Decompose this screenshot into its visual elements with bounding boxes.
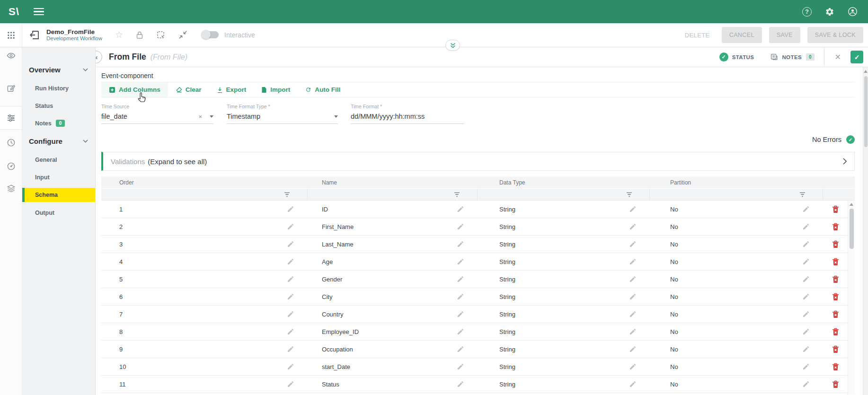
table-scrollbar-thumb[interactable]: [850, 209, 854, 249]
edit-pencil-icon[interactable]: [287, 310, 294, 318]
delete-row-trash-icon[interactable]: [832, 380, 839, 388]
delete-row-trash-icon[interactable]: [832, 293, 839, 301]
column-header-name[interactable]: Name: [308, 179, 478, 186]
edit-pencil-icon[interactable]: [457, 223, 464, 230]
edit-pencil-icon[interactable]: [629, 258, 637, 265]
dropdown-caret-icon[interactable]: [334, 115, 338, 118]
column-header-partition[interactable]: Partition: [650, 179, 823, 186]
sidebar-group-overview[interactable]: Overview: [22, 62, 95, 77]
selection-marquee-icon[interactable]: [156, 30, 166, 40]
edit-pencil-icon[interactable]: [802, 380, 810, 388]
history-clock-icon[interactable]: [0, 138, 22, 147]
edit-pencil-icon[interactable]: [287, 275, 294, 283]
save-and-lock-button[interactable]: SAVE & LOCK: [807, 27, 863, 43]
help-icon[interactable]: ?: [802, 7, 812, 17]
delete-row-trash-icon[interactable]: [832, 345, 839, 353]
edit-pencil-icon[interactable]: [457, 310, 464, 318]
auto-fill-button[interactable]: Auto Fill: [298, 82, 348, 97]
settings-gear-icon[interactable]: [825, 7, 834, 17]
export-button[interactable]: Export: [209, 82, 254, 97]
edit-pencil-icon[interactable]: [457, 205, 464, 213]
close-icon[interactable]: ✕: [832, 51, 844, 63]
delete-row-trash-icon[interactable]: [832, 240, 839, 248]
status-header-label[interactable]: STATUS: [732, 54, 754, 60]
sidebar-item-output[interactable]: Output: [22, 204, 95, 221]
dropdown-caret-icon[interactable]: [210, 115, 213, 118]
collapse-panel-icon[interactable]: «: [95, 51, 102, 63]
filter-icon[interactable]: [626, 192, 632, 197]
page-scrollbar[interactable]: [863, 67, 868, 395]
edit-pencil-icon[interactable]: [802, 328, 810, 335]
edit-pencil-icon[interactable]: [457, 363, 464, 370]
collapse-header-pill[interactable]: [445, 40, 460, 51]
data-layers-icon[interactable]: [0, 184, 22, 193]
apps-grid-icon[interactable]: [0, 23, 22, 47]
filter-icon[interactable]: [799, 192, 806, 197]
column-header-data-type[interactable]: Data Type: [478, 179, 650, 186]
add-columns-button[interactable]: Add Columns: [101, 82, 168, 97]
filter-icon[interactable]: [454, 192, 460, 197]
edit-pencil-icon[interactable]: [629, 380, 637, 388]
filter-icon[interactable]: [284, 192, 290, 197]
time-source-field[interactable]: Time Source file_date ×: [101, 104, 213, 124]
delete-row-trash-icon[interactable]: [832, 363, 839, 371]
sidebar-group-configure[interactable]: Configure: [22, 134, 95, 148]
time-format-field[interactable]: Time Format * dd/MMM/yyyy:hh:mm:ss: [351, 104, 464, 124]
edit-pencil-icon[interactable]: [629, 240, 637, 248]
validations-expander[interactable]: Validations (Expand to see all): [101, 152, 855, 171]
edit-pencil-icon[interactable]: [802, 223, 810, 230]
edit-pencil-icon[interactable]: [629, 275, 637, 283]
cancel-button[interactable]: CANCEL: [722, 27, 762, 43]
sidebar-item-schema[interactable]: Schema: [22, 188, 95, 202]
column-header-order[interactable]: Order: [101, 179, 308, 186]
edit-pencil-icon[interactable]: [287, 223, 294, 230]
preview-eye-icon[interactable]: [0, 51, 22, 60]
sidebar-item-input[interactable]: Input: [22, 168, 95, 186]
edit-pencil-icon[interactable]: [457, 328, 464, 335]
delete-button[interactable]: DELETE: [680, 28, 715, 43]
edit-pencil-icon[interactable]: [457, 380, 464, 388]
edit-pencil-icon[interactable]: [802, 293, 810, 300]
edit-pencil-icon[interactable]: [457, 293, 464, 300]
edit-pencil-icon[interactable]: [287, 363, 294, 370]
account-icon[interactable]: [848, 7, 858, 17]
edit-pencil-icon[interactable]: [457, 345, 464, 353]
edit-pencil-icon[interactable]: [629, 293, 637, 300]
edit-pencil-icon[interactable]: [629, 205, 637, 213]
edit-pencil-icon[interactable]: [287, 258, 294, 265]
edit-pencil-icon[interactable]: [802, 275, 810, 283]
edit-pencil-icon[interactable]: [802, 345, 810, 353]
edit-pencil-icon[interactable]: [287, 345, 294, 353]
edit-pencil-icon[interactable]: [457, 240, 464, 248]
metrics-gauge-icon[interactable]: [0, 162, 22, 171]
scroll-up-arrow-icon[interactable]: [864, 70, 868, 73]
scroll-up-arrow-icon[interactable]: [850, 203, 853, 206]
edit-pencil-icon[interactable]: [802, 240, 810, 248]
edit-pencil-icon[interactable]: [629, 223, 637, 230]
edit-pencil-icon[interactable]: [457, 275, 464, 283]
edit-pencil-icon[interactable]: [629, 345, 637, 353]
hamburger-menu-icon[interactable]: [34, 6, 44, 18]
edit-pencil-icon[interactable]: [802, 258, 810, 265]
collapse-arrows-icon[interactable]: [178, 30, 187, 39]
delete-row-trash-icon[interactable]: [832, 275, 839, 283]
edit-pencil-icon[interactable]: [802, 363, 810, 370]
edit-pencil-icon[interactable]: [287, 380, 294, 388]
lock-icon[interactable]: [136, 31, 143, 39]
delete-row-trash-icon[interactable]: [832, 310, 839, 318]
sidebar-item-general[interactable]: General: [22, 151, 95, 168]
favorite-star-icon[interactable]: ☆: [115, 29, 123, 40]
edit-notes-icon[interactable]: [0, 84, 22, 93]
page-scrollbar-thumb[interactable]: [864, 76, 868, 147]
edit-pencil-icon[interactable]: [457, 258, 464, 265]
edit-pencil-icon[interactable]: [287, 240, 294, 248]
exit-workflow-icon[interactable]: [29, 29, 40, 41]
edit-pencil-icon[interactable]: [287, 328, 294, 335]
sidebar-item-status[interactable]: Status: [22, 97, 95, 114]
sidebar-item-run-history[interactable]: Run History: [22, 79, 95, 97]
confirm-check-button[interactable]: ✓: [850, 51, 863, 63]
edit-pencil-icon[interactable]: [629, 328, 637, 335]
edit-pencil-icon[interactable]: [802, 205, 810, 213]
table-scrollbar[interactable]: [848, 201, 855, 395]
interactive-toggle[interactable]: [202, 31, 219, 38]
